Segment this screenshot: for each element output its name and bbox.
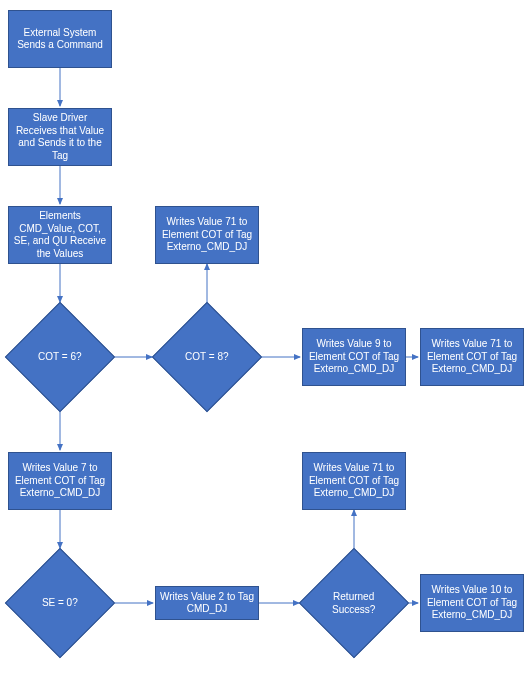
decision-cot-8: COT = 8? — [152, 302, 262, 412]
decision-cot-6: COT = 6? — [5, 302, 115, 412]
node-write-2: Writes Value 2 to Tag CMD_DJ — [155, 586, 259, 620]
node-write-71-b: Writes Value 71 to Element COT of Tag Ex… — [420, 328, 524, 386]
node-label: COT = 8? — [169, 351, 245, 364]
node-write-7: Writes Value 7 to Element COT of Tag Ext… — [8, 452, 112, 510]
node-write-10: Writes Value 10 to Element COT of Tag Ex… — [420, 574, 524, 632]
node-label: Writes Value 7 to Element COT of Tag Ext… — [13, 462, 107, 500]
node-slave-driver: Slave Driver Receives that Value and Sen… — [8, 108, 112, 166]
node-label: SE = 0? — [22, 597, 98, 610]
node-label: Writes Value 71 to Element COT of Tag Ex… — [425, 338, 519, 376]
node-label: Writes Value 2 to Tag CMD_DJ — [160, 591, 254, 616]
node-write-71-a: Writes Value 71 to Element COT of Tag Ex… — [155, 206, 259, 264]
node-write-71-c: Writes Value 71 to Element COT of Tag Ex… — [302, 452, 406, 510]
node-external-command: External System Sends a Command — [8, 10, 112, 68]
node-label: Writes Value 9 to Element COT of Tag Ext… — [307, 338, 401, 376]
node-label: Returned Success? — [316, 591, 392, 616]
node-label: Writes Value 71 to Element COT of Tag Ex… — [307, 462, 401, 500]
node-label: Writes Value 71 to Element COT of Tag Ex… — [160, 216, 254, 254]
node-label: COT = 6? — [22, 351, 98, 364]
node-label: Writes Value 10 to Element COT of Tag Ex… — [425, 584, 519, 622]
node-label: Slave Driver Receives that Value and Sen… — [13, 112, 107, 162]
decision-se-0: SE = 0? — [5, 548, 115, 658]
node-label: Elements CMD_Value, COT, SE, and QU Rece… — [13, 210, 107, 260]
node-write-9: Writes Value 9 to Element COT of Tag Ext… — [302, 328, 406, 386]
decision-returned-success: Returned Success? — [299, 548, 409, 658]
node-elements-receive: Elements CMD_Value, COT, SE, and QU Rece… — [8, 206, 112, 264]
node-label: External System Sends a Command — [13, 27, 107, 52]
